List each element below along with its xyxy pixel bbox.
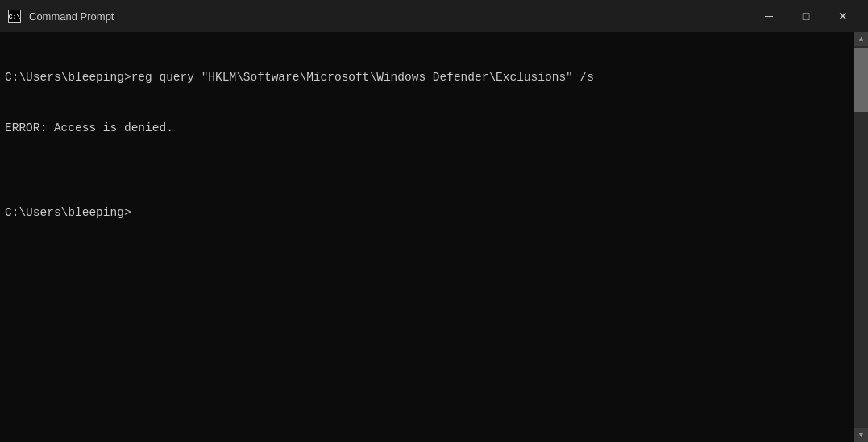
window-controls: ─ □ ✕: [750, 3, 862, 29]
terminal-line-2: ERROR: Access is denied.: [5, 120, 849, 137]
minimize-button[interactable]: ─: [750, 3, 787, 29]
close-button[interactable]: ✕: [824, 3, 862, 29]
command-prompt-window: C:\ Command Prompt ─ □ ✕ C:\Users\bleepi…: [0, 0, 868, 442]
maximize-button[interactable]: □: [787, 3, 824, 29]
title-bar-left: C:\ Command Prompt: [6, 8, 114, 24]
terminal-line-1: C:\Users\bleeping>reg query "HKLM\Softwa…: [5, 69, 849, 86]
terminal-line-4: C:\Users\bleeping>: [5, 204, 849, 221]
scroll-down-arrow[interactable]: ▼: [854, 428, 868, 442]
cmd-icon-symbol: C:\: [8, 10, 21, 23]
terminal-output[interactable]: C:\Users\bleeping>reg query "HKLM\Softwa…: [0, 32, 854, 442]
scrollbar-track[interactable]: [854, 46, 868, 428]
title-bar: C:\ Command Prompt ─ □ ✕: [0, 0, 868, 32]
app-icon: C:\: [6, 8, 23, 24]
scrollbar[interactable]: ▲ ▼: [854, 32, 868, 442]
content-area: C:\Users\bleeping>reg query "HKLM\Softwa…: [0, 32, 868, 442]
window-title: Command Prompt: [29, 10, 114, 23]
scrollbar-thumb[interactable]: [854, 48, 868, 112]
scroll-up-arrow[interactable]: ▲: [854, 32, 868, 46]
